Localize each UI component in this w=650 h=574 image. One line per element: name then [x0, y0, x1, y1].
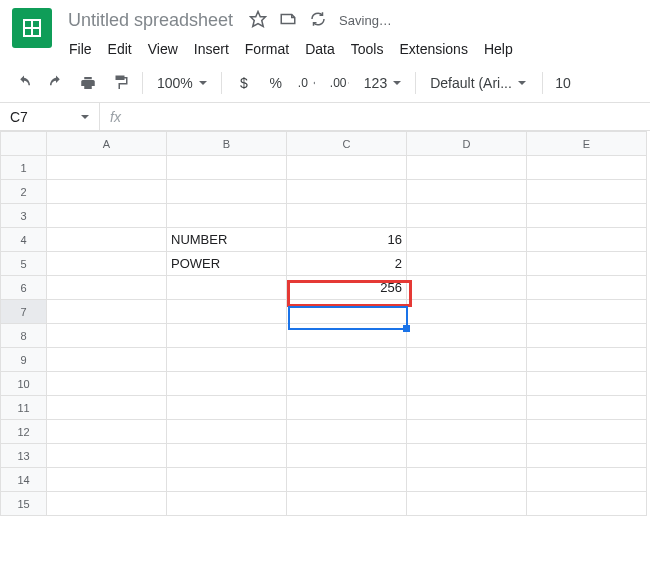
formula-input[interactable] — [131, 103, 650, 130]
cell[interactable] — [47, 468, 167, 492]
row-header[interactable]: 3 — [1, 204, 47, 228]
col-header[interactable]: D — [407, 132, 527, 156]
cell[interactable] — [527, 348, 647, 372]
row-header[interactable]: 8 — [1, 324, 47, 348]
menu-edit[interactable]: Edit — [101, 37, 139, 61]
cell[interactable] — [47, 156, 167, 180]
cell[interactable] — [167, 420, 287, 444]
cell[interactable] — [47, 300, 167, 324]
undo-button[interactable] — [10, 69, 38, 97]
cell[interactable] — [527, 156, 647, 180]
row-header[interactable]: 15 — [1, 492, 47, 516]
cell[interactable] — [527, 180, 647, 204]
cell[interactable] — [407, 180, 527, 204]
row-header[interactable]: 1 — [1, 156, 47, 180]
cell[interactable] — [47, 444, 167, 468]
cell[interactable] — [47, 276, 167, 300]
cell[interactable] — [527, 492, 647, 516]
cell[interactable] — [407, 228, 527, 252]
cell[interactable] — [527, 228, 647, 252]
cell[interactable] — [407, 492, 527, 516]
cell[interactable] — [167, 204, 287, 228]
cell[interactable]: 256 — [287, 276, 407, 300]
print-button[interactable] — [74, 69, 102, 97]
cell[interactable] — [287, 180, 407, 204]
row-header[interactable]: 4 — [1, 228, 47, 252]
menu-format[interactable]: Format — [238, 37, 296, 61]
cell[interactable] — [527, 444, 647, 468]
cell[interactable]: POWER — [167, 252, 287, 276]
cell[interactable] — [527, 300, 647, 324]
cell[interactable]: NUMBER — [167, 228, 287, 252]
cell[interactable] — [407, 252, 527, 276]
menu-data[interactable]: Data — [298, 37, 342, 61]
menu-help[interactable]: Help — [477, 37, 520, 61]
cell[interactable] — [407, 324, 527, 348]
select-all-corner[interactable] — [1, 132, 47, 156]
cell[interactable] — [167, 348, 287, 372]
cell[interactable] — [407, 468, 527, 492]
cell[interactable]: 16 — [287, 228, 407, 252]
cell[interactable] — [287, 348, 407, 372]
percent-button[interactable]: % — [262, 69, 290, 97]
cell[interactable] — [287, 156, 407, 180]
cell[interactable] — [47, 324, 167, 348]
cell[interactable] — [407, 204, 527, 228]
zoom-dropdown[interactable]: 100% — [151, 69, 213, 97]
cell[interactable] — [527, 252, 647, 276]
cell[interactable] — [167, 444, 287, 468]
cell[interactable] — [287, 324, 407, 348]
cell[interactable] — [47, 420, 167, 444]
cell[interactable] — [407, 372, 527, 396]
col-header[interactable]: A — [47, 132, 167, 156]
decrease-decimal-button[interactable]: .0 — [294, 69, 322, 97]
font-size[interactable]: 10 — [551, 75, 575, 91]
cell[interactable] — [47, 348, 167, 372]
cell[interactable] — [47, 492, 167, 516]
move-icon[interactable] — [279, 10, 297, 31]
star-icon[interactable] — [249, 10, 267, 31]
cell[interactable] — [527, 468, 647, 492]
cell[interactable] — [407, 156, 527, 180]
row-header[interactable]: 2 — [1, 180, 47, 204]
currency-button[interactable]: $ — [230, 69, 258, 97]
cell[interactable] — [287, 468, 407, 492]
cell[interactable] — [527, 204, 647, 228]
row-header[interactable]: 9 — [1, 348, 47, 372]
cell[interactable] — [287, 372, 407, 396]
cell[interactable] — [407, 276, 527, 300]
cell[interactable] — [47, 180, 167, 204]
cell[interactable] — [407, 420, 527, 444]
cell[interactable] — [407, 396, 527, 420]
redo-button[interactable] — [42, 69, 70, 97]
cell[interactable] — [287, 204, 407, 228]
cell[interactable] — [287, 444, 407, 468]
row-header[interactable]: 13 — [1, 444, 47, 468]
col-header[interactable]: E — [527, 132, 647, 156]
cell[interactable] — [407, 300, 527, 324]
more-formats-dropdown[interactable]: 123 — [358, 69, 407, 97]
row-header[interactable]: 12 — [1, 420, 47, 444]
spreadsheet-grid[interactable]: A B C D E 1 2 3 4NUMBER16 5POWER2 6256 7… — [0, 131, 647, 516]
cell[interactable]: 2 — [287, 252, 407, 276]
cell[interactable] — [47, 372, 167, 396]
doc-title[interactable]: Untitled spreadsheet — [62, 8, 239, 33]
row-header[interactable]: 10 — [1, 372, 47, 396]
cell[interactable] — [287, 420, 407, 444]
cell[interactable] — [167, 324, 287, 348]
row-header[interactable]: 5 — [1, 252, 47, 276]
increase-decimal-button[interactable]: .00 — [326, 69, 354, 97]
cell[interactable] — [47, 396, 167, 420]
cell[interactable] — [167, 492, 287, 516]
cell[interactable] — [527, 324, 647, 348]
cell[interactable] — [167, 468, 287, 492]
cell[interactable] — [167, 276, 287, 300]
menu-tools[interactable]: Tools — [344, 37, 391, 61]
cell[interactable] — [47, 228, 167, 252]
row-header[interactable]: 11 — [1, 396, 47, 420]
row-header[interactable]: 7 — [1, 300, 47, 324]
menu-file[interactable]: File — [62, 37, 99, 61]
cell[interactable] — [527, 420, 647, 444]
cell[interactable] — [527, 276, 647, 300]
cell[interactable] — [47, 252, 167, 276]
